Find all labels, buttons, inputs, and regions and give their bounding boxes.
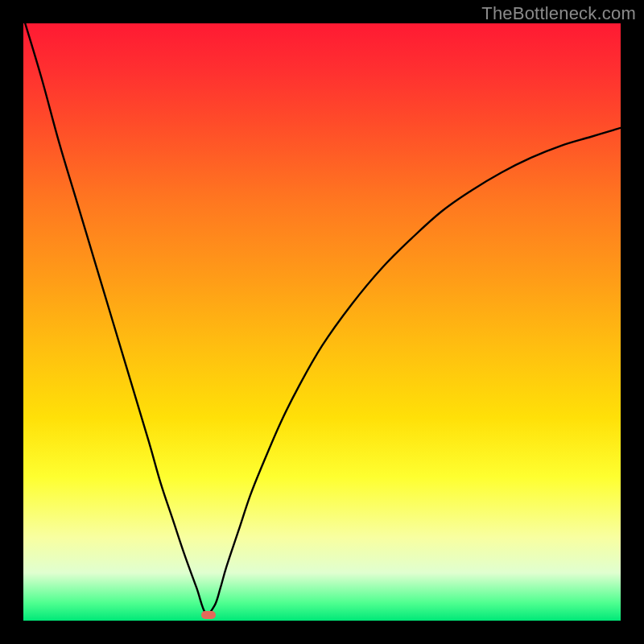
chart-curve-path (23, 23, 621, 614)
chart-minimum-marker (201, 611, 216, 619)
chart-plot-area (23, 23, 621, 621)
chart-curve-svg (23, 23, 621, 621)
watermark-label: TheBottleneck.com (481, 3, 636, 24)
